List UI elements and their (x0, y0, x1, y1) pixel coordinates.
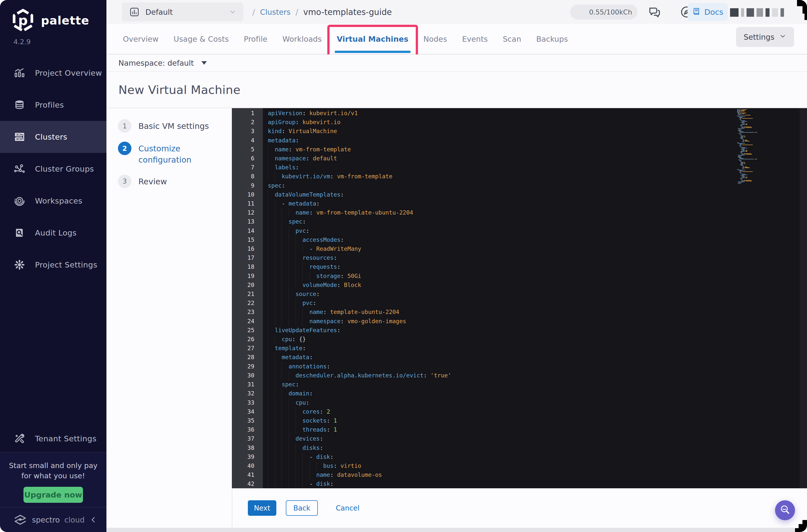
code-line[interactable]: - disk: (268, 452, 807, 461)
code-line[interactable]: apiGroup: kubevirt.io (268, 118, 807, 127)
tab-workloads[interactable]: Workloads (275, 24, 329, 54)
code-line[interactable]: liveUpdateFeatures: (268, 326, 807, 335)
spectro-cloud-logo-icon (13, 513, 27, 527)
code-line[interactable]: accessModes: (268, 235, 807, 244)
sidebar-item-cluster-groups[interactable]: Cluster Groups (0, 153, 107, 185)
book-icon (692, 7, 701, 18)
namespace-dropdown[interactable]: Namespace: default (107, 54, 807, 72)
tools-icon (14, 433, 25, 444)
editor-code[interactable]: apiVersion: kubevirt.io/v1apiGroup: kube… (263, 108, 807, 488)
chevron-down-icon (779, 33, 787, 42)
breadcrumb: / Clusters / vmo-templates-guide (252, 0, 392, 24)
upgrade-promo: Start small and only pay for what you us… (0, 452, 107, 507)
tab-events[interactable]: Events (455, 24, 495, 54)
tenant-wrap: Tenant Settings (0, 423, 107, 455)
tab-usage-costs[interactable]: Usage & Costs (166, 24, 236, 54)
chat-icon[interactable] (648, 5, 662, 19)
next-button[interactable]: Next (248, 500, 276, 516)
code-line[interactable]: spec: (268, 217, 807, 226)
code-line[interactable]: spec: (268, 181, 807, 190)
sidebar-item-clusters[interactable]: Clusters (0, 121, 107, 153)
wizard-step-basic-vm-settings[interactable]: 1Basic VM settings (118, 119, 232, 133)
code-line[interactable]: dataVolumeTemplates: (268, 190, 807, 199)
sidebar-item-audit-logs[interactable]: Audit Logs (0, 217, 107, 249)
code-line[interactable]: resources: (268, 253, 807, 262)
code-line[interactable]: source: (268, 289, 807, 299)
code-line[interactable]: kind: VirtualMachine (268, 127, 807, 136)
step-label: Basic VM settings (138, 119, 209, 132)
sidebar-item-project-overview[interactable]: Project Overview (0, 57, 107, 89)
code-line[interactable]: cpu: (268, 398, 807, 407)
code-line[interactable]: annotations: (268, 362, 807, 371)
code-line[interactable]: sockets: 1 (268, 416, 807, 425)
search-fab-button[interactable] (775, 500, 795, 520)
code-line[interactable]: storage: 50Gi (268, 271, 807, 281)
breadcrumb-clusters-link[interactable]: Clusters (260, 8, 290, 17)
project-dropdown[interactable]: Default (122, 2, 243, 21)
code-line[interactable]: name: template-ubuntu-2204 (268, 307, 807, 317)
code-line[interactable]: - metadata: (268, 199, 807, 208)
settings-button[interactable]: Settings (736, 27, 794, 47)
promo-line1: Start small and only pay (0, 460, 107, 471)
code-line[interactable]: pvc: (268, 226, 807, 235)
sidebar-item-workspaces[interactable]: Workspaces (0, 185, 107, 217)
code-line[interactable]: threads: 1 (268, 425, 807, 434)
code-line[interactable]: - ReadWriteMany (268, 244, 807, 253)
tab-nodes[interactable]: Nodes (416, 24, 455, 54)
settings-label: Settings (744, 33, 774, 41)
code-line[interactable]: name: datavolume-os (268, 470, 807, 479)
usage-badge: 0.55/100kCh (570, 4, 638, 19)
code-line[interactable]: kubevirt.io/vm: vm-from-template (268, 172, 807, 181)
sidebar-item-project-settings[interactable]: Project Settings (0, 249, 107, 281)
code-line[interactable]: namespace: default (268, 154, 807, 163)
code-line[interactable]: name: vm-from-template-ubuntu-2204 (268, 208, 807, 217)
upgrade-now-button[interactable]: Upgrade now (23, 487, 83, 503)
sidebar-item-profiles[interactable]: Profiles (0, 89, 107, 121)
code-line[interactable]: volumeMode: Block (268, 281, 807, 289)
footer-brand-secondary: cloud (64, 515, 85, 524)
cluster-tabs: OverviewUsage & CostsProfileWorkloadsVir… (107, 24, 807, 54)
editor-minimap[interactable] (736, 109, 795, 184)
tab-overview[interactable]: Overview (115, 24, 166, 54)
code-line[interactable]: cores: 2 (268, 407, 807, 416)
caret-down-icon (201, 61, 207, 65)
step-label: Review (138, 175, 167, 187)
code-line[interactable]: spec: (268, 380, 807, 389)
cancel-button[interactable]: Cancel (336, 504, 359, 512)
breadcrumb-separator: / (252, 7, 255, 17)
wizard-step-review[interactable]: 3Review (118, 175, 232, 188)
wizard-step-customize-configuration[interactable]: 2Customize configuration (118, 141, 232, 166)
sidebar-item-tenant-settings[interactable]: Tenant Settings (0, 423, 107, 455)
code-line[interactable]: name: vm-from-template (268, 145, 807, 154)
code-line[interactable]: metadata: (268, 353, 807, 362)
code-line[interactable]: bus: virtio (268, 461, 807, 470)
breadcrumb-current: vmo-templates-guide (303, 7, 392, 17)
sidebar-nav: Project OverviewProfilesClustersCluster … (0, 57, 107, 281)
sidebar-item-label: Project Overview (35, 69, 102, 77)
code-line[interactable]: apiVersion: kubevirt.io/v1 (268, 109, 807, 118)
tab-profile[interactable]: Profile (236, 24, 275, 54)
orbit-icon (14, 195, 25, 207)
yaml-editor[interactable]: 1234567891011121314151617181920212223242… (232, 108, 807, 488)
code-line[interactable]: namespace: vmo-golden-images (268, 317, 807, 326)
code-line[interactable]: domain: (268, 389, 807, 398)
code-line[interactable]: descheduler.alpha.kubernetes.io/evict: '… (268, 371, 807, 380)
docs-button[interactable]: Docs (688, 3, 728, 21)
tab-virtual-machines[interactable]: Virtual Machines (329, 24, 416, 54)
code-line[interactable]: devices: (268, 434, 807, 443)
version-label: 4.2.9 (14, 38, 31, 46)
code-line[interactable]: disks: (268, 443, 807, 452)
code-line[interactable]: metadata: (268, 136, 807, 145)
code-line[interactable]: labels: (268, 163, 807, 172)
editor-scrollbar[interactable] (800, 108, 807, 488)
code-line[interactable]: pvc: (268, 299, 807, 307)
code-line[interactable]: template: (268, 344, 807, 353)
palette-app: p palette 4.2.9 Project OverviewProfiles… (0, 0, 807, 532)
collapse-sidebar-icon[interactable] (89, 515, 98, 524)
back-button[interactable]: Back (286, 500, 318, 516)
code-line[interactable]: - disk: (268, 479, 807, 488)
code-line[interactable]: cpu: {} (268, 335, 807, 344)
tab-scan[interactable]: Scan (495, 24, 529, 54)
tab-backups[interactable]: Backups (529, 24, 576, 54)
code-line[interactable]: requests: (268, 262, 807, 271)
